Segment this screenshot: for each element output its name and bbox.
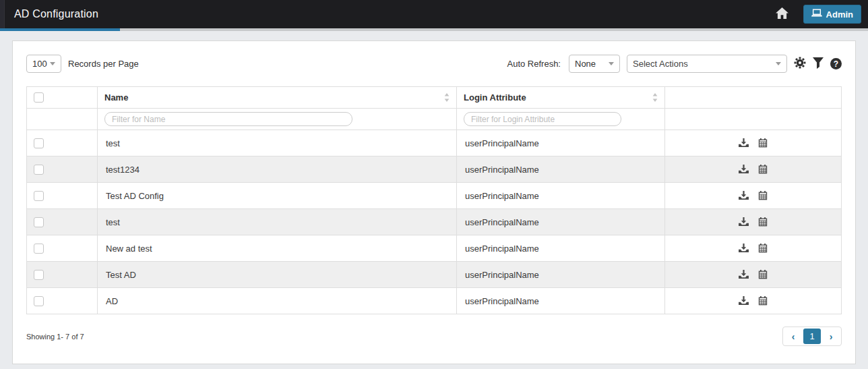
row-actions bbox=[665, 235, 842, 262]
next-page-button[interactable]: › bbox=[822, 329, 840, 344]
row-login-attribute: userPrincipalName bbox=[457, 262, 665, 288]
calendar-icon[interactable] bbox=[758, 217, 768, 227]
row-name: test bbox=[98, 209, 457, 235]
records-per-page-select[interactable]: 100 bbox=[26, 55, 61, 73]
admin-button[interactable]: Admin bbox=[803, 5, 861, 24]
row-name: New ad test bbox=[98, 235, 457, 262]
sort-icon[interactable] bbox=[444, 93, 450, 102]
row-name: test bbox=[98, 130, 457, 157]
login-attribute-column-header[interactable]: Login Attribute bbox=[457, 87, 665, 109]
filter-name-input[interactable] bbox=[104, 112, 352, 126]
row-actions bbox=[665, 288, 842, 314]
row-checkbox[interactable] bbox=[34, 217, 44, 227]
row-name: Test AD Config bbox=[98, 183, 457, 209]
prev-page-button[interactable]: ‹ bbox=[784, 329, 802, 344]
calendar-icon[interactable] bbox=[758, 138, 768, 148]
table-row: Test AD Config userPrincipalName bbox=[27, 183, 842, 209]
chevron-down-icon bbox=[50, 62, 55, 65]
download-icon[interactable] bbox=[739, 191, 749, 200]
filter-empty-cell bbox=[27, 109, 98, 130]
download-icon[interactable] bbox=[739, 270, 749, 279]
toolbar: 100 Records per Page Auto Refresh: None … bbox=[26, 55, 842, 73]
download-icon[interactable] bbox=[739, 244, 749, 253]
download-icon[interactable] bbox=[739, 138, 749, 148]
row-checkbox-cell bbox=[27, 130, 98, 157]
table-row: New ad test userPrincipalName bbox=[27, 235, 842, 262]
table-footer: Showing 1- 7 of 7 ‹ 1 › bbox=[26, 327, 842, 346]
calendar-icon[interactable] bbox=[758, 244, 768, 253]
row-checkbox-cell bbox=[27, 288, 98, 314]
gear-icon bbox=[794, 57, 806, 71]
row-login-attribute: userPrincipalName bbox=[457, 157, 665, 183]
settings-button[interactable] bbox=[794, 57, 806, 71]
calendar-icon[interactable] bbox=[758, 296, 768, 306]
row-actions bbox=[665, 183, 842, 209]
laptop-icon bbox=[811, 9, 822, 20]
download-icon[interactable] bbox=[739, 296, 749, 306]
filter-name-cell bbox=[98, 109, 457, 130]
row-checkbox[interactable] bbox=[34, 244, 44, 254]
app-header: AD Configuration Admin bbox=[0, 0, 868, 28]
filter-row bbox=[27, 109, 842, 130]
row-actions bbox=[665, 130, 842, 157]
home-icon bbox=[776, 7, 788, 22]
name-column-label: Name bbox=[104, 92, 128, 103]
pagination: ‹ 1 › bbox=[782, 327, 842, 346]
row-actions bbox=[665, 209, 842, 235]
auto-refresh-select[interactable]: None bbox=[569, 55, 620, 73]
home-button[interactable] bbox=[776, 7, 788, 22]
sort-icon[interactable] bbox=[652, 93, 658, 102]
row-login-attribute: userPrincipalName bbox=[457, 130, 665, 157]
admin-button-label: Admin bbox=[826, 9, 853, 20]
select-all-checkbox[interactable] bbox=[34, 92, 44, 103]
row-checkbox-cell bbox=[27, 235, 98, 262]
calendar-icon[interactable] bbox=[758, 270, 768, 279]
download-icon[interactable] bbox=[739, 217, 749, 227]
showing-records-text: Showing 1- 7 of 7 bbox=[26, 333, 84, 341]
help-icon: ? bbox=[830, 58, 842, 69]
row-checkbox-cell bbox=[27, 183, 98, 209]
name-column-header[interactable]: Name bbox=[98, 87, 457, 109]
active-tab-underline bbox=[0, 28, 120, 31]
select-actions-dropdown[interactable]: Select Actions bbox=[627, 55, 787, 73]
help-button[interactable]: ? bbox=[830, 58, 842, 69]
page-number-button[interactable]: 1 bbox=[803, 329, 821, 344]
row-login-attribute: userPrincipalName bbox=[457, 288, 665, 314]
chevron-down-icon bbox=[609, 62, 614, 65]
filter-empty-cell bbox=[665, 109, 842, 130]
login-attribute-column-label: Login Attribute bbox=[464, 92, 526, 103]
row-checkbox[interactable] bbox=[34, 296, 44, 306]
row-checkbox[interactable] bbox=[34, 191, 44, 201]
ad-config-table: Name Login Attribute bbox=[26, 86, 842, 314]
row-name: test1234 bbox=[98, 157, 457, 183]
table-row: AD userPrincipalName bbox=[27, 288, 842, 314]
row-checkbox[interactable] bbox=[34, 270, 44, 280]
row-checkbox[interactable] bbox=[34, 138, 44, 148]
row-login-attribute: userPrincipalName bbox=[457, 235, 665, 262]
actions-column-header bbox=[665, 87, 842, 109]
row-login-attribute: userPrincipalName bbox=[457, 183, 665, 209]
filter-login-attribute-input[interactable] bbox=[464, 112, 621, 126]
row-actions bbox=[665, 262, 842, 288]
table-row: test userPrincipalName bbox=[27, 130, 842, 157]
row-name: AD bbox=[98, 288, 457, 314]
row-checkbox-cell bbox=[27, 157, 98, 183]
content-panel: 100 Records per Page Auto Refresh: None … bbox=[12, 40, 856, 364]
auto-refresh-value: None bbox=[575, 59, 596, 69]
filter-button[interactable] bbox=[813, 57, 824, 71]
row-name: Test AD bbox=[98, 262, 457, 288]
page-title: AD Configuration bbox=[0, 8, 98, 20]
download-icon[interactable] bbox=[739, 165, 749, 174]
calendar-icon[interactable] bbox=[758, 165, 768, 174]
records-per-page-value: 100 bbox=[32, 59, 47, 69]
chevron-down-icon bbox=[776, 62, 781, 65]
table-row: Test AD userPrincipalName bbox=[27, 262, 842, 288]
row-login-attribute: userPrincipalName bbox=[457, 209, 665, 235]
table-row: test1234 userPrincipalName bbox=[27, 157, 842, 183]
row-checkbox[interactable] bbox=[34, 165, 44, 175]
records-per-page-label: Records per Page bbox=[68, 59, 139, 69]
row-checkbox-cell bbox=[27, 209, 98, 235]
row-checkbox-cell bbox=[27, 262, 98, 288]
calendar-icon[interactable] bbox=[758, 191, 768, 200]
header-bottom-strip bbox=[0, 28, 868, 31]
